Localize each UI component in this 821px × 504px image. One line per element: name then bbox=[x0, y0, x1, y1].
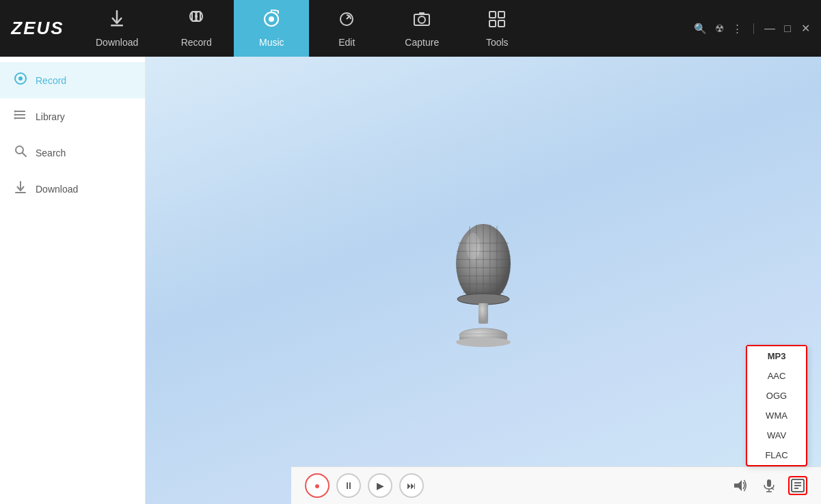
sidebar-record-label: Record bbox=[36, 75, 66, 86]
svg-point-48 bbox=[466, 233, 480, 260]
svg-point-7 bbox=[269, 16, 274, 22]
next-button[interactable]: ⏭ bbox=[399, 473, 424, 498]
music-nav-icon bbox=[262, 10, 281, 33]
next-icon: ⏭ bbox=[407, 480, 416, 491]
format-option-wma[interactable]: WMA bbox=[747, 406, 806, 425]
maximize-button[interactable]: □ bbox=[783, 24, 792, 33]
format-button[interactable] bbox=[788, 476, 807, 495]
download-nav-icon bbox=[107, 10, 126, 33]
tools-nav-icon bbox=[487, 10, 507, 33]
volume-button[interactable] bbox=[731, 476, 750, 495]
tab-edit[interactable]: Edit bbox=[309, 0, 384, 57]
play-button[interactable]: ▶ bbox=[368, 473, 392, 498]
play-icon: ▶ bbox=[377, 480, 384, 491]
format-option-ogg[interactable]: OGG bbox=[747, 386, 806, 406]
tab-tools[interactable]: Tools bbox=[459, 0, 535, 57]
svg-point-42 bbox=[457, 294, 509, 305]
search-sidebar-icon bbox=[14, 144, 27, 161]
main-layout: Record Library S bbox=[0, 57, 821, 504]
capture-nav-icon bbox=[412, 10, 431, 33]
svg-line-9 bbox=[347, 16, 350, 19]
svg-rect-15 bbox=[489, 20, 496, 27]
library-sidebar-icon bbox=[14, 108, 27, 125]
divider bbox=[753, 23, 754, 34]
tab-capture[interactable]: Capture bbox=[384, 0, 459, 57]
tab-record-label: Record bbox=[181, 37, 212, 48]
sidebar-search-label: Search bbox=[36, 148, 66, 158]
titlebar: ZEUS Download Record bbox=[0, 0, 821, 57]
record-button[interactable]: ● bbox=[305, 473, 329, 498]
tab-download-label: Download bbox=[96, 37, 138, 48]
nav-tabs: Download Record Music bbox=[75, 0, 694, 57]
svg-point-11 bbox=[418, 16, 425, 23]
format-button-container: MP3 AAC OGG WMA WAV FLAC bbox=[788, 476, 807, 495]
svg-point-23 bbox=[14, 114, 16, 116]
svg-point-22 bbox=[14, 111, 16, 113]
menu-icon[interactable]: ⋮ bbox=[732, 23, 742, 35]
tab-tools-label: Tools bbox=[486, 37, 509, 48]
svg-line-26 bbox=[23, 153, 26, 156]
share-icon[interactable]: ☢ bbox=[715, 23, 724, 35]
edit-nav-icon bbox=[337, 10, 356, 33]
mic-illustration bbox=[439, 202, 528, 359]
format-option-aac[interactable]: AAC bbox=[747, 366, 806, 386]
right-controls: MP3 AAC OGG WMA WAV FLAC bbox=[731, 476, 807, 495]
tab-music-label: Music bbox=[259, 37, 284, 48]
svg-rect-43 bbox=[479, 303, 488, 324]
tab-music[interactable]: Music bbox=[234, 0, 309, 57]
svg-rect-16 bbox=[498, 20, 504, 27]
svg-rect-50 bbox=[767, 479, 771, 487]
pause-button[interactable]: ⏸ bbox=[336, 473, 361, 498]
sidebar-item-download[interactable]: Download bbox=[0, 171, 145, 207]
format-option-mp3[interactable]: MP3 bbox=[747, 346, 806, 366]
close-button[interactable]: ✕ bbox=[800, 24, 810, 33]
content-area: ● ⏸ ▶ ⏭ bbox=[146, 57, 821, 504]
format-option-wav[interactable]: WAV bbox=[747, 425, 806, 445]
record-dot-icon: ● bbox=[314, 480, 320, 491]
tab-record[interactable]: Record bbox=[159, 0, 234, 57]
svg-rect-12 bbox=[419, 12, 425, 15]
tab-download[interactable]: Download bbox=[75, 0, 159, 57]
record-nav-icon bbox=[187, 10, 206, 33]
download-sidebar-icon bbox=[14, 180, 27, 197]
pause-icon: ⏸ bbox=[344, 480, 353, 491]
svg-marker-49 bbox=[734, 480, 742, 491]
playback-controls: ● ⏸ ▶ ⏭ bbox=[305, 473, 424, 498]
sidebar-item-record[interactable]: Record bbox=[0, 62, 145, 98]
sidebar-library-label: Library bbox=[36, 111, 65, 122]
sidebar-download-label: Download bbox=[36, 184, 78, 195]
sidebar-item-library[interactable]: Library bbox=[0, 98, 145, 135]
sidebar: Record Library S bbox=[0, 57, 146, 504]
svg-rect-13 bbox=[489, 12, 496, 18]
svg-point-18 bbox=[18, 76, 23, 81]
sidebar-item-search[interactable]: Search bbox=[0, 135, 145, 171]
svg-point-24 bbox=[14, 117, 16, 120]
record-sidebar-icon bbox=[14, 72, 27, 89]
svg-rect-14 bbox=[498, 12, 504, 18]
bottom-bar: ● ⏸ ▶ ⏭ bbox=[291, 466, 821, 504]
microphone-svg bbox=[439, 202, 528, 359]
search-titlebar-icon[interactable]: 🔍 bbox=[694, 23, 707, 35]
app-logo: ZEUS bbox=[0, 0, 75, 57]
logo-text: ZEUS bbox=[11, 18, 64, 39]
mic-input-button[interactable] bbox=[759, 476, 779, 495]
tab-capture-label: Capture bbox=[405, 37, 439, 48]
svg-point-47 bbox=[456, 337, 511, 347]
format-dropdown: MP3 AAC OGG WMA WAV FLAC bbox=[746, 345, 807, 466]
tab-edit-label: Edit bbox=[338, 37, 355, 48]
minimize-button[interactable]: — bbox=[765, 24, 775, 33]
format-option-flac[interactable]: FLAC bbox=[747, 445, 806, 465]
window-controls: 🔍 ☢ ⋮ — □ ✕ bbox=[694, 23, 821, 35]
svg-rect-0 bbox=[111, 25, 123, 27]
